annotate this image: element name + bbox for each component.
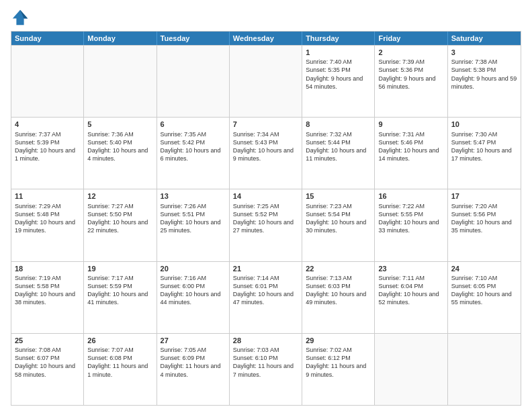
day-number: 4 (15, 120, 80, 129)
header-cell-wednesday: Wednesday (230, 32, 302, 45)
day-number: 20 (161, 264, 226, 273)
day-cell-10: 10Sunrise: 7:30 AM Sunset: 5:47 PM Dayli… (448, 118, 521, 189)
day-cell-11: 11Sunrise: 7:29 AM Sunset: 5:48 PM Dayli… (11, 189, 84, 261)
header (11, 8, 521, 27)
day-number: 29 (306, 336, 371, 345)
day-number: 17 (451, 191, 517, 201)
day-cell-15: 15Sunrise: 7:23 AM Sunset: 5:54 PM Dayli… (302, 189, 375, 261)
day-cell-5: 5Sunrise: 7:36 AM Sunset: 5:40 PM Daylig… (84, 118, 157, 189)
day-cell-17: 17Sunrise: 7:20 AM Sunset: 5:56 PM Dayli… (448, 189, 521, 261)
header-cell-monday: Monday (84, 32, 157, 45)
day-info: Sunrise: 7:17 AM Sunset: 5:59 PM Dayligh… (87, 274, 152, 307)
day-cell-empty-4-5 (375, 334, 447, 405)
day-info: Sunrise: 7:36 AM Sunset: 5:40 PM Dayligh… (87, 130, 152, 163)
day-info: Sunrise: 7:14 AM Sunset: 6:01 PM Dayligh… (233, 274, 298, 307)
day-info: Sunrise: 7:20 AM Sunset: 5:56 PM Dayligh… (451, 202, 517, 235)
day-cell-2: 2Sunrise: 7:39 AM Sunset: 5:36 PM Daylig… (375, 46, 447, 117)
day-info: Sunrise: 7:25 AM Sunset: 5:52 PM Dayligh… (233, 202, 298, 235)
day-number: 25 (15, 336, 80, 345)
day-info: Sunrise: 7:22 AM Sunset: 5:55 PM Dayligh… (378, 202, 443, 235)
day-number: 13 (161, 191, 226, 201)
day-info: Sunrise: 7:38 AM Sunset: 5:38 PM Dayligh… (451, 58, 517, 91)
day-number: 7 (233, 120, 298, 129)
day-cell-9: 9Sunrise: 7:31 AM Sunset: 5:46 PM Daylig… (375, 118, 447, 189)
day-info: Sunrise: 7:13 AM Sunset: 6:03 PM Dayligh… (306, 274, 371, 307)
day-number: 19 (87, 264, 152, 273)
day-cell-14: 14Sunrise: 7:25 AM Sunset: 5:52 PM Dayli… (230, 189, 302, 261)
calendar-row-4: 25Sunrise: 7:08 AM Sunset: 6:07 PM Dayli… (11, 333, 521, 405)
day-cell-18: 18Sunrise: 7:19 AM Sunset: 5:58 PM Dayli… (11, 262, 84, 333)
day-cell-3: 3Sunrise: 7:38 AM Sunset: 5:38 PM Daylig… (448, 46, 521, 117)
header-cell-sunday: Sunday (11, 32, 84, 45)
day-info: Sunrise: 7:29 AM Sunset: 5:48 PM Dayligh… (15, 202, 80, 235)
day-number: 26 (87, 336, 152, 345)
day-info: Sunrise: 7:37 AM Sunset: 5:39 PM Dayligh… (15, 130, 80, 163)
day-cell-21: 21Sunrise: 7:14 AM Sunset: 6:01 PM Dayli… (230, 262, 302, 333)
day-info: Sunrise: 7:08 AM Sunset: 6:07 PM Dayligh… (15, 346, 80, 379)
header-cell-thursday: Thursday (302, 32, 375, 45)
header-cell-tuesday: Tuesday (157, 32, 230, 45)
calendar: SundayMondayTuesdayWednesdayThursdayFrid… (11, 31, 521, 406)
calendar-row-0: 1Sunrise: 7:40 AM Sunset: 5:35 PM Daylig… (11, 45, 521, 117)
calendar-row-3: 18Sunrise: 7:19 AM Sunset: 5:58 PM Dayli… (11, 261, 521, 333)
day-number: 10 (451, 120, 517, 129)
day-info: Sunrise: 7:23 AM Sunset: 5:54 PM Dayligh… (306, 202, 371, 235)
day-number: 16 (378, 191, 443, 201)
day-number: 15 (306, 191, 371, 201)
day-info: Sunrise: 7:03 AM Sunset: 6:10 PM Dayligh… (233, 346, 298, 379)
day-cell-27: 27Sunrise: 7:05 AM Sunset: 6:09 PM Dayli… (157, 334, 230, 405)
calendar-row-1: 4Sunrise: 7:37 AM Sunset: 5:39 PM Daylig… (11, 117, 521, 189)
day-cell-13: 13Sunrise: 7:26 AM Sunset: 5:51 PM Dayli… (157, 189, 230, 261)
day-number: 5 (87, 120, 152, 129)
day-cell-6: 6Sunrise: 7:35 AM Sunset: 5:42 PM Daylig… (157, 118, 230, 189)
day-info: Sunrise: 7:05 AM Sunset: 6:09 PM Dayligh… (161, 346, 226, 379)
day-cell-22: 22Sunrise: 7:13 AM Sunset: 6:03 PM Dayli… (302, 262, 375, 333)
day-cell-24: 24Sunrise: 7:10 AM Sunset: 6:05 PM Dayli… (448, 262, 521, 333)
day-info: Sunrise: 7:10 AM Sunset: 6:05 PM Dayligh… (451, 274, 517, 307)
day-cell-empty-0-1 (84, 46, 157, 117)
day-number: 22 (306, 264, 371, 273)
day-number: 11 (15, 191, 80, 201)
day-number: 9 (378, 120, 443, 129)
day-cell-19: 19Sunrise: 7:17 AM Sunset: 5:59 PM Dayli… (84, 262, 157, 333)
day-info: Sunrise: 7:11 AM Sunset: 6:04 PM Dayligh… (378, 274, 443, 307)
day-info: Sunrise: 7:27 AM Sunset: 5:50 PM Dayligh… (87, 202, 152, 235)
day-number: 8 (306, 120, 371, 129)
day-info: Sunrise: 7:35 AM Sunset: 5:42 PM Dayligh… (161, 130, 226, 163)
day-info: Sunrise: 7:19 AM Sunset: 5:58 PM Dayligh… (15, 274, 80, 307)
day-cell-7: 7Sunrise: 7:34 AM Sunset: 5:43 PM Daylig… (230, 118, 302, 189)
day-cell-29: 29Sunrise: 7:02 AM Sunset: 6:12 PM Dayli… (302, 334, 375, 405)
calendar-header: SundayMondayTuesdayWednesdayThursdayFrid… (11, 32, 521, 45)
calendar-body: 1Sunrise: 7:40 AM Sunset: 5:35 PM Daylig… (11, 45, 521, 405)
day-number: 12 (87, 191, 152, 201)
day-number: 6 (161, 120, 226, 129)
day-cell-4: 4Sunrise: 7:37 AM Sunset: 5:39 PM Daylig… (11, 118, 84, 189)
day-info: Sunrise: 7:02 AM Sunset: 6:12 PM Dayligh… (306, 346, 371, 379)
calendar-row-2: 11Sunrise: 7:29 AM Sunset: 5:48 PM Dayli… (11, 189, 521, 261)
day-number: 18 (15, 264, 80, 273)
day-cell-empty-0-0 (11, 46, 84, 117)
logo-icon (11, 8, 30, 27)
day-cell-8: 8Sunrise: 7:32 AM Sunset: 5:44 PM Daylig… (302, 118, 375, 189)
day-cell-28: 28Sunrise: 7:03 AM Sunset: 6:10 PM Dayli… (230, 334, 302, 405)
day-number: 21 (233, 264, 298, 273)
day-cell-25: 25Sunrise: 7:08 AM Sunset: 6:07 PM Dayli… (11, 334, 84, 405)
day-cell-empty-0-2 (157, 46, 230, 117)
day-info: Sunrise: 7:39 AM Sunset: 5:36 PM Dayligh… (378, 58, 443, 91)
day-cell-1: 1Sunrise: 7:40 AM Sunset: 5:35 PM Daylig… (302, 46, 375, 117)
day-cell-20: 20Sunrise: 7:16 AM Sunset: 6:00 PM Dayli… (157, 262, 230, 333)
day-info: Sunrise: 7:16 AM Sunset: 6:00 PM Dayligh… (161, 274, 226, 307)
day-info: Sunrise: 7:30 AM Sunset: 5:47 PM Dayligh… (451, 130, 517, 163)
day-info: Sunrise: 7:32 AM Sunset: 5:44 PM Dayligh… (306, 130, 371, 163)
day-number: 14 (233, 191, 298, 201)
page: SundayMondayTuesdayWednesdayThursdayFrid… (0, 0, 532, 411)
header-cell-friday: Friday (375, 32, 447, 45)
day-number: 27 (161, 336, 226, 345)
header-cell-saturday: Saturday (448, 32, 521, 45)
day-info: Sunrise: 7:34 AM Sunset: 5:43 PM Dayligh… (233, 130, 298, 163)
day-cell-empty-0-3 (230, 46, 302, 117)
day-number: 2 (378, 48, 443, 57)
day-cell-12: 12Sunrise: 7:27 AM Sunset: 5:50 PM Dayli… (84, 189, 157, 261)
day-number: 28 (233, 336, 298, 345)
day-info: Sunrise: 7:26 AM Sunset: 5:51 PM Dayligh… (161, 202, 226, 235)
